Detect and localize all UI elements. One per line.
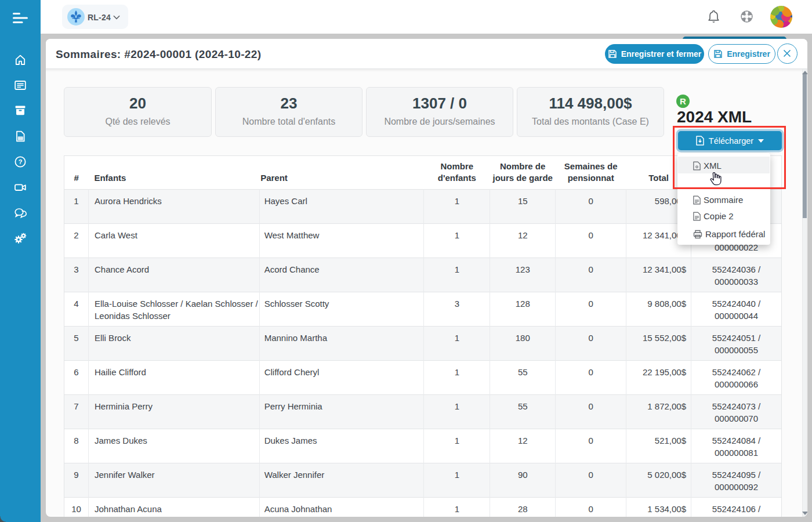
svg-text:?: ? bbox=[19, 158, 23, 165]
